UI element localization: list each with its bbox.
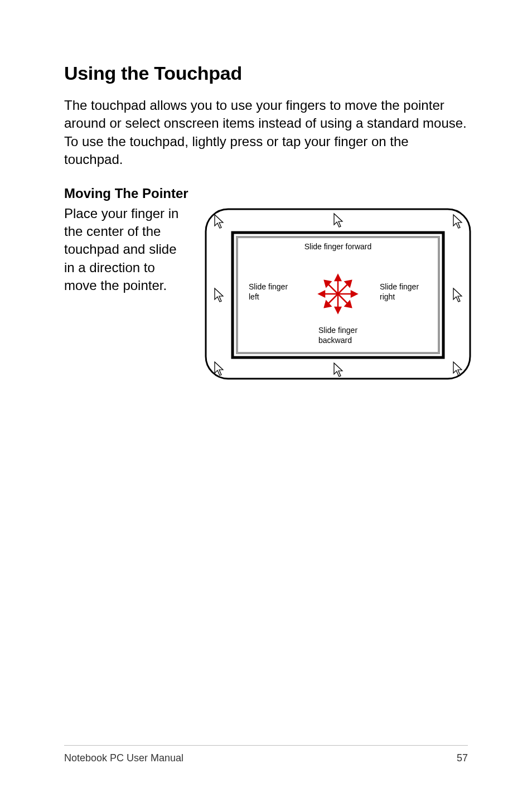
cursor-icon <box>453 362 462 375</box>
label-left-line1: Slide finger <box>249 282 288 291</box>
label-right-line1: Slide finger <box>380 282 419 291</box>
subsection-heading: Moving The Pointer <box>64 186 468 201</box>
label-back-line2: backward <box>318 336 352 345</box>
manual-page: Using the Touchpad The touchpad allows y… <box>0 0 532 802</box>
cursor-icon <box>334 363 342 376</box>
cursor-icon <box>215 362 223 375</box>
svg-marker-8 <box>335 275 341 281</box>
svg-marker-10 <box>319 291 325 297</box>
section-heading: Using the Touchpad <box>64 62 468 84</box>
cursor-icon <box>215 288 223 302</box>
page-footer: Notebook PC User Manual 57 <box>64 745 468 764</box>
svg-marker-11 <box>351 291 357 297</box>
touchpad-diagram-svg: Slide finger forward Slide finger left S… <box>201 205 475 383</box>
direction-arrows-icon <box>319 275 357 313</box>
section-intro-text: The touchpad allows you to use your fing… <box>64 96 468 169</box>
label-right-line2: right <box>380 292 395 301</box>
pointer-instruction-text: Place your finger in the center of the t… <box>64 205 188 295</box>
footer-page-number: 57 <box>457 752 468 764</box>
pointer-section: Place your finger in the center of the t… <box>64 205 468 383</box>
touchpad-diagram: Slide finger forward Slide finger left S… <box>201 205 468 383</box>
cursor-icon <box>334 214 342 227</box>
label-left-line2: left <box>249 292 259 301</box>
label-forward: Slide finger forward <box>304 242 372 251</box>
cursor-icon <box>215 215 223 228</box>
label-back-line1: Slide finger <box>318 326 357 335</box>
footer-manual-title: Notebook PC User Manual <box>64 752 183 764</box>
cursor-icon <box>453 288 462 302</box>
cursor-icon <box>453 215 462 228</box>
svg-marker-9 <box>335 307 341 313</box>
